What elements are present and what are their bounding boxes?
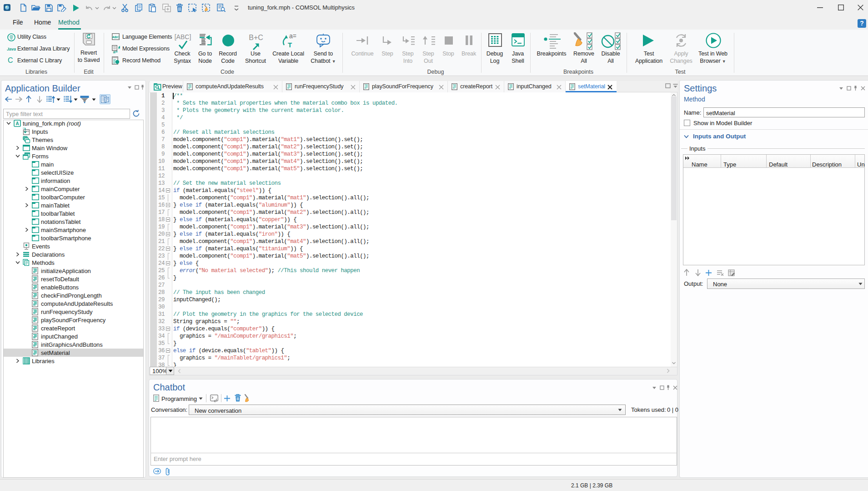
svg-text:B+C: B+C: [249, 34, 263, 41]
svg-text:a=: a=: [113, 50, 118, 54]
svg-text:A: A: [15, 121, 19, 126]
svg-text:[ABC]: [ABC]: [175, 33, 191, 40]
svg-text:a=: a=: [289, 32, 296, 40]
svg-text:ABC: ABC: [112, 35, 120, 39]
svg-text:T: T: [288, 41, 292, 49]
